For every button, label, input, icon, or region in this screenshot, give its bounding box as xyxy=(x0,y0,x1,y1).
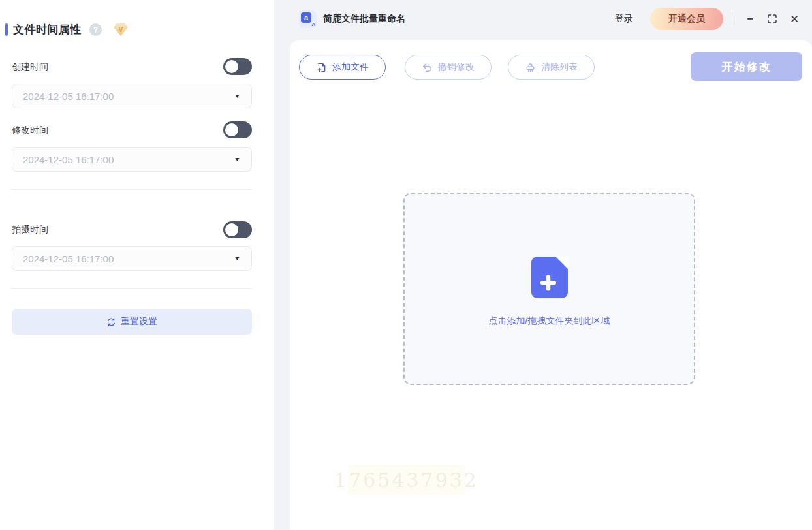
maximize-button[interactable] xyxy=(761,8,783,30)
reset-icon xyxy=(106,317,116,327)
help-icon[interactable]: ? xyxy=(89,23,102,36)
reset-settings-button[interactable]: 重置设置 xyxy=(12,309,252,335)
file-plus-icon xyxy=(531,257,569,301)
minimize-button[interactable]: − xyxy=(739,8,761,30)
close-button[interactable]: ✕ xyxy=(783,8,805,30)
chevron-down-icon: ▼ xyxy=(234,93,241,99)
chevron-down-icon: ▼ xyxy=(234,255,241,262)
modified-time-value: 2024-12-05 16:17:00 xyxy=(23,154,234,165)
app-icon: a A xyxy=(299,10,317,28)
open-vip-button[interactable]: 开通会员 xyxy=(650,8,723,30)
shot-time-label: 拍摄时间 xyxy=(12,224,48,236)
add-files-label: 添加文件 xyxy=(332,61,369,73)
creation-time-input[interactable]: 2024-12-05 16:17:00 ▼ xyxy=(12,84,252,108)
titlebar: a A 简鹿文件批量重命名 登录 开通会员 − ✕ xyxy=(274,0,812,38)
sidebar-title: 文件时间属性 xyxy=(13,22,82,37)
divider xyxy=(12,288,252,289)
watermark: 1765437932 xyxy=(348,465,465,495)
login-link[interactable]: 登录 xyxy=(615,13,633,25)
clear-list-button[interactable]: 清除列表 xyxy=(508,55,595,80)
reset-settings-label: 重置设置 xyxy=(121,316,157,328)
creation-time-toggle[interactable] xyxy=(223,58,252,75)
undo-label: 撤销修改 xyxy=(438,61,475,73)
content-card: 添加文件 撤销修改 清除列表 开始修改 xyxy=(290,40,812,530)
main-region: a A 简鹿文件批量重命名 登录 开通会员 − ✕ 添加文件 xyxy=(274,0,812,530)
undo-button[interactable]: 撤销修改 xyxy=(405,55,492,80)
start-modify-button[interactable]: 开始修改 xyxy=(691,52,802,81)
creation-time-label: 创建时间 xyxy=(12,61,48,73)
modified-time-label: 修改时间 xyxy=(12,125,48,136)
undo-icon xyxy=(422,62,433,73)
clear-list-label: 清除列表 xyxy=(541,61,578,73)
shot-time-input[interactable]: 2024-12-05 16:17:00 ▼ xyxy=(12,246,252,271)
add-file-icon xyxy=(316,62,327,73)
divider xyxy=(732,12,732,25)
modified-time-input[interactable]: 2024-12-05 16:17:00 ▼ xyxy=(12,147,252,172)
chevron-down-icon: ▼ xyxy=(234,156,241,163)
creation-time-value: 2024-12-05 16:17:00 xyxy=(23,91,234,102)
file-dropzone[interactable]: 点击添加/拖拽文件夹到此区域 xyxy=(403,193,695,385)
vip-gem-icon: V xyxy=(114,23,128,36)
sidebar-header: 文件时间属性 ? V xyxy=(5,22,128,37)
shot-time-value: 2024-12-05 16:17:00 xyxy=(23,253,234,264)
shot-time-toggle[interactable] xyxy=(223,221,252,238)
settings-sidebar: 文件时间属性 ? V 创建时间 2024-12-05 16:17:00 ▼ 修改… xyxy=(0,0,274,530)
clear-list-icon xyxy=(525,62,536,73)
app-title: 简鹿文件批量重命名 xyxy=(323,13,405,25)
add-files-button[interactable]: 添加文件 xyxy=(299,55,386,80)
divider xyxy=(12,189,252,190)
accent-bar xyxy=(5,23,8,36)
dropzone-hint: 点击添加/拖拽文件夹到此区域 xyxy=(489,315,610,327)
modified-time-toggle[interactable] xyxy=(223,121,252,138)
